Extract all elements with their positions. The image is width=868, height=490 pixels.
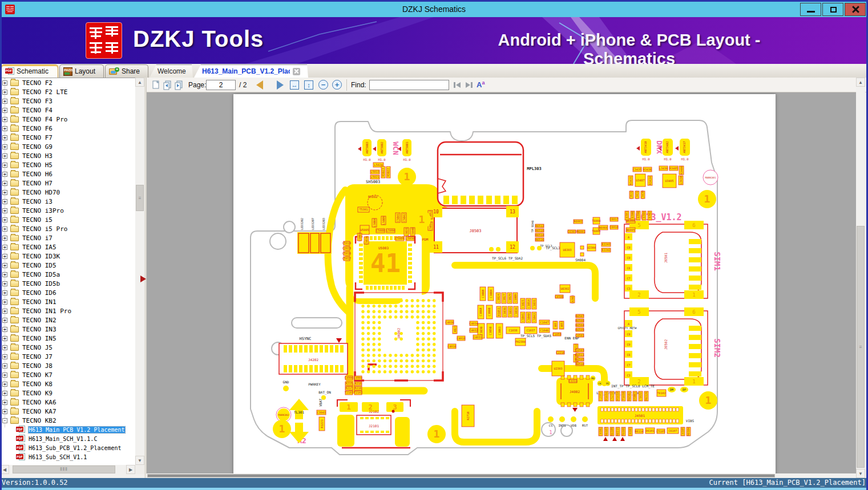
tree-item-h613-main-pcb-v1-2-placement[interactable]: PDFH613_Main_PCB_V1.2_Placement [0, 425, 135, 434]
find-input[interactable] [369, 80, 449, 90]
expander-icon[interactable]: + [2, 318, 7, 323]
expander-icon[interactable]: + [2, 372, 7, 378]
tree-item-tecno-in5[interactable]: +TECNO IN5 [0, 334, 135, 343]
expander-icon[interactable]: + [2, 135, 7, 140]
expander-icon[interactable]: + [2, 299, 7, 305]
tab-layout[interactable]: PADS Layout [59, 64, 104, 78]
doc-tab-close-icon[interactable] [293, 68, 300, 75]
tree-item-tecno-h7[interactable]: +TECNO H7 [0, 179, 135, 188]
tree-item-tecno-k9[interactable]: +TECNO K9 [0, 388, 135, 398]
tree-item-tecno-id5[interactable]: +TECNO ID5 [0, 261, 135, 270]
expander-icon[interactable]: + [2, 263, 7, 268]
prev-view-icon[interactable] [163, 80, 172, 90]
expander-icon[interactable]: + [2, 309, 7, 314]
expander-icon[interactable]: + [2, 199, 7, 204]
expander-icon[interactable]: + [2, 90, 7, 95]
find-next-icon[interactable] [464, 80, 474, 90]
tree-item-tecno-id6[interactable]: +TECNO ID6 [0, 288, 135, 297]
tree-item-tecno-f3[interactable]: +TECNO F3 [0, 96, 135, 106]
tree-item-tecno-g9[interactable]: +TECNO G9 [0, 142, 135, 151]
tree-item-tecno-in1[interactable]: +TECNO IN1 [0, 297, 135, 306]
sidebar-scroll-down-icon[interactable]: ▼ [135, 456, 144, 465]
tree-item-tecno-f2[interactable]: +TECNO F2 [0, 78, 135, 87]
tree-item-tecno-h5[interactable]: +TECNO H5 [0, 160, 135, 169]
tree-item-tecno-j5[interactable]: +TECNO J5 [0, 343, 135, 352]
expander-icon[interactable]: + [2, 217, 7, 222]
sidebar-scroll-right-icon[interactable]: ▶ [126, 465, 135, 474]
tree-item-tecno-id5a[interactable]: +TECNO ID5a [0, 270, 135, 279]
minimize-button[interactable] [800, 3, 821, 16]
tree-item-tecno-ka7[interactable]: +TECNO KA7 [0, 407, 135, 416]
tree-item-tecno-ka6[interactable]: +TECNO KA6 [0, 398, 135, 407]
expander-icon[interactable]: + [2, 126, 7, 131]
tree-item-tecno-i5[interactable]: +TECNO i5 [0, 215, 135, 224]
tree-item-tecno-f4[interactable]: +TECNO F4 [0, 106, 135, 115]
maximize-button[interactable] [822, 3, 843, 16]
match-case-icon[interactable]: Aa [477, 80, 485, 89]
tree-item-tecno-k7[interactable]: +TECNO K7 [0, 370, 135, 379]
tree-item-tecno-j7[interactable]: +TECNO J7 [0, 352, 135, 361]
expander-icon[interactable]: + [2, 245, 7, 250]
viewer-hscrollbar[interactable] [146, 473, 856, 478]
previous-page-button[interactable] [256, 80, 263, 90]
tree-item-tecno-j8[interactable]: +TECNO J8 [0, 361, 135, 370]
sidebar-hscrollbar[interactable]: ◀ ⦀⦀⦀ ▶ [0, 465, 135, 474]
tree-item-tecno-h3[interactable]: +TECNO H3 [0, 151, 135, 160]
expander-icon[interactable]: + [2, 153, 7, 159]
expander-icon[interactable]: + [2, 99, 7, 104]
fit-width-button[interactable]: ↔ [290, 80, 299, 90]
zoom-out-button[interactable]: − [318, 80, 328, 90]
tree-item-tecno-i5-pro[interactable]: +TECNO i5 Pro [0, 224, 135, 233]
sidebar-scroll-left-icon[interactable]: ◀ [0, 465, 9, 474]
sidebar-hscroll-thumb[interactable]: ⦀⦀⦀ [13, 465, 115, 473]
expander-icon[interactable]: + [2, 181, 7, 186]
expander-icon[interactable]: + [2, 281, 7, 286]
expander-icon[interactable]: + [2, 290, 7, 295]
tree-item-tecno-id5b[interactable]: +TECNO ID5b [0, 279, 135, 288]
tree-item-tecno-in2[interactable]: +TECNO IN2 [0, 315, 135, 325]
tree-item-tecno-f7[interactable]: +TECNO F7 [0, 133, 135, 142]
doc-tab-welcome[interactable]: Welcome [150, 64, 193, 78]
expander-icon[interactable]: + [2, 163, 7, 168]
expander-icon[interactable]: + [2, 354, 7, 359]
page-number-input[interactable] [206, 80, 236, 90]
expander-icon[interactable]: + [2, 208, 7, 213]
expander-icon[interactable]: + [2, 409, 7, 414]
tree-item-tecno-ia5[interactable]: +TECNO IA5 [0, 242, 135, 252]
tree-item-tecno-kb2[interactable]: -TECNO KB2 [0, 416, 135, 425]
tree-item-tecno-i3[interactable]: +TECNO i3 [0, 197, 135, 206]
tree-item-tecno-f4-pro[interactable]: +TECNO F4 Pro [0, 115, 135, 124]
tree-item-tecno-k8[interactable]: +TECNO K8 [0, 379, 135, 388]
expander-icon[interactable]: + [2, 108, 7, 113]
viewer-vscrollbar[interactable]: ▲ ≡ ▼ [856, 78, 865, 478]
sidebar-vscrollbar[interactable]: ▲ ≡ ▼ [135, 78, 144, 465]
expander-icon[interactable]: + [2, 144, 7, 149]
viewer-hscroll-thumb[interactable] [147, 474, 775, 477]
expander-icon[interactable]: - [2, 418, 7, 423]
viewer-vscroll-thumb[interactable]: ≡ [857, 226, 865, 468]
fit-page-button[interactable]: ↕ [304, 80, 313, 90]
doc-tab-h613-main-pcb[interactable]: H613_Main_PCB_V1.2_Placement [194, 64, 308, 78]
expander-icon[interactable]: + [2, 190, 7, 195]
tree-item-h613-main-sch-v1-1-c[interactable]: PDFH613_Main_SCH_V1.1.C [0, 434, 135, 443]
close-button[interactable] [845, 3, 866, 16]
expander-icon[interactable]: + [2, 400, 7, 405]
viewer-scroll-down-icon[interactable]: ▼ [856, 469, 865, 478]
tree-item-h613-sub-sch-v1-1[interactable]: PDFH613_Sub_SCH_V1.1 [0, 452, 135, 461]
single-page-icon[interactable] [151, 80, 161, 90]
tree-item-h613-sub-pcb-v1-2-placement[interactable]: PDFH613_Sub_PCB_V1.2_Placement [0, 443, 135, 452]
tree-item-tecno-i7[interactable]: +TECNO i7 [0, 233, 135, 242]
expander-icon[interactable]: + [2, 363, 7, 368]
tree-item-tecno-f2-lte[interactable]: +TECNO F2 LTE [0, 87, 135, 96]
expander-icon[interactable]: + [2, 236, 7, 241]
tree-item-tecno-i3pro[interactable]: +TECNO i3Pro [0, 206, 135, 215]
sidebar-vscroll-thumb[interactable]: ≡ [136, 185, 144, 211]
expander-icon[interactable]: + [2, 172, 7, 177]
expander-icon[interactable]: + [2, 336, 7, 341]
expander-icon[interactable]: + [2, 80, 7, 86]
next-view-icon[interactable] [174, 80, 184, 90]
expander-icon[interactable]: + [2, 117, 7, 122]
expander-icon[interactable]: + [2, 327, 7, 332]
viewer-scroll-up-icon[interactable]: ▲ [856, 78, 865, 87]
expander-icon[interactable]: + [2, 382, 7, 387]
